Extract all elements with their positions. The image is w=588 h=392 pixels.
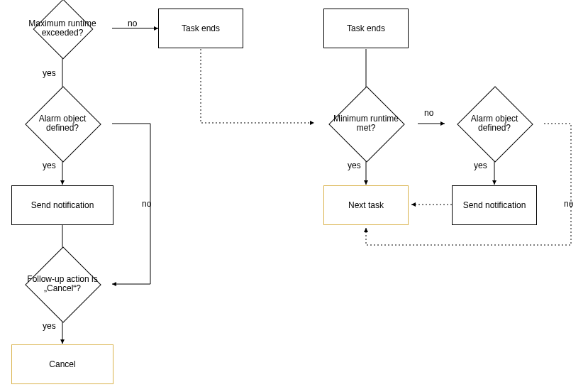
edge-alarm-right-no: no (564, 199, 573, 209)
edge-alarm-left-yes: yes (43, 160, 56, 170)
decision-alarm-right: Alarm object defined? (453, 97, 536, 150)
edge-alarm-left-no: no (142, 199, 151, 209)
edge-alarm-right-yes: yes (474, 160, 487, 170)
decision-follow-up: Follow-up action is „Cancel“? (21, 258, 104, 310)
decision-alarm-left-label: Alarm object defined? (21, 97, 104, 150)
decision-min-runtime: Minimum runtime met? (321, 97, 411, 150)
edge-min-runtime-yes: yes (348, 160, 361, 170)
edge-followup-yes: yes (43, 321, 56, 331)
box-next-task-label: Next task (348, 200, 384, 210)
edge-max-runtime-yes: yes (43, 68, 56, 78)
box-send-notification-left-label: Send notification (31, 200, 94, 210)
decision-min-runtime-label: Minimum runtime met? (321, 97, 411, 150)
box-cancel: Cancel (11, 344, 113, 384)
decision-alarm-left: Alarm object defined? (21, 97, 104, 150)
box-task-ends-left-label: Task ends (182, 23, 220, 33)
box-send-notification-left: Send notification (11, 185, 113, 225)
decision-follow-up-label: Follow-up action is „Cancel“? (21, 258, 104, 310)
decision-alarm-right-label: Alarm object defined? (453, 97, 536, 150)
box-task-ends-right-label: Task ends (347, 23, 385, 33)
decision-max-runtime: Maximum runtime exceeded? (21, 8, 104, 49)
edge-max-runtime-no: no (128, 18, 137, 28)
box-send-notification-right: Send notification (452, 185, 537, 225)
box-send-notification-right-label: Send notification (463, 200, 526, 210)
decision-max-runtime-label: Maximum runtime exceeded? (21, 8, 104, 49)
box-next-task: Next task (323, 185, 409, 225)
box-task-ends-right: Task ends (323, 9, 409, 48)
box-cancel-label: Cancel (49, 359, 75, 369)
edge-min-runtime-no: no (424, 108, 433, 118)
box-task-ends-left: Task ends (158, 9, 243, 48)
